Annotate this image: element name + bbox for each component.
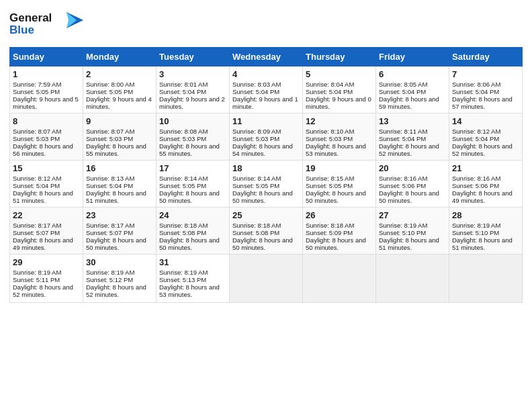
day-number: 14 [452,116,519,126]
table-row: 10Sunrise: 8:08 AMSunset: 5:03 PMDayligh… [157,113,230,161]
day-number: 8 [13,116,80,126]
sunrise: Sunrise: 8:19 AM [452,222,500,229]
table-row: 13Sunrise: 8:11 AMSunset: 5:04 PMDayligh… [376,113,449,161]
sunrise: Sunrise: 8:14 AM [232,175,281,182]
table-row: 20Sunrise: 8:16 AMSunset: 5:06 PMDayligh… [376,161,449,208]
sunrise: Sunrise: 8:15 AM [306,175,354,182]
table-row: 5Sunrise: 8:04 AMSunset: 5:04 PMDaylight… [303,66,376,113]
daylight: Daylight: 9 hours and 1 minute. [232,95,298,110]
day-number: 26 [306,210,373,220]
table-row: 31Sunrise: 8:19 AMSunset: 5:13 PMDayligh… [157,255,230,303]
daylight: Daylight: 8 hours and 51 minutes. [452,236,513,251]
sunrise: Sunrise: 8:14 AM [159,175,208,182]
sunrise: Sunrise: 8:12 AM [452,128,500,135]
daylight: Daylight: 8 hours and 50 minutes. [306,236,366,251]
col-friday: Friday [376,48,449,66]
sunset: Sunset: 5:06 PM [379,182,426,189]
sunrise: Sunrise: 8:13 AM [86,175,134,182]
sunrise: Sunrise: 8:00 AM [86,81,134,88]
daylight: Daylight: 8 hours and 59 minutes. [379,95,439,110]
sunset: Sunset: 5:04 PM [232,88,279,95]
table-row: 16Sunrise: 8:13 AMSunset: 5:04 PMDayligh… [83,161,157,208]
day-number: 6 [379,69,446,79]
daylight: Daylight: 9 hours and 2 minutes. [159,95,225,110]
day-number: 24 [159,210,226,220]
col-sunday: Sunday [10,48,83,66]
sunrise: Sunrise: 8:18 AM [306,222,354,229]
sunset: Sunset: 5:04 PM [159,88,206,95]
sunset: Sunset: 5:07 PM [86,229,133,236]
day-number: 3 [159,69,226,79]
sunrise: Sunrise: 8:19 AM [159,269,208,276]
day-number: 25 [232,210,300,220]
table-row: 22Sunrise: 8:17 AMSunset: 5:07 PMDayligh… [10,208,83,255]
svg-text:Blue: Blue [9,24,34,36]
day-number: 12 [306,116,373,126]
day-number: 15 [13,163,80,173]
page-header: General Blue [9,7,523,42]
day-number: 2 [86,69,153,79]
sunrise: Sunrise: 8:09 AM [232,128,281,135]
daylight: Daylight: 8 hours and 50 minutes. [86,236,146,251]
sunset: Sunset: 5:05 PM [13,88,60,95]
daylight: Daylight: 8 hours and 55 minutes. [159,142,220,157]
daylight: Daylight: 9 hours and 4 minutes. [86,95,152,110]
sunset: Sunset: 5:04 PM [306,88,353,95]
table-row: 19Sunrise: 8:15 AMSunset: 5:05 PMDayligh… [303,161,376,208]
daylight: Daylight: 8 hours and 50 minutes. [159,236,220,251]
daylight: Daylight: 8 hours and 57 minutes. [452,95,513,110]
daylight: Daylight: 8 hours and 49 minutes. [452,189,513,204]
sunrise: Sunrise: 8:10 AM [306,128,354,135]
day-number: 7 [452,69,519,79]
daylight: Daylight: 8 hours and 51 minutes. [379,236,439,251]
daylight: Daylight: 9 hours and 5 minutes. [13,95,79,110]
sunrise: Sunrise: 8:08 AM [159,128,208,135]
sunrise: Sunrise: 8:03 AM [232,81,281,88]
table-row: 18Sunrise: 8:14 AMSunset: 5:05 PMDayligh… [230,161,303,208]
daylight: Daylight: 8 hours and 50 minutes. [232,189,293,204]
day-number: 10 [159,116,226,126]
sunrise: Sunrise: 8:12 AM [13,175,61,182]
daylight: Daylight: 8 hours and 50 minutes. [232,236,293,251]
sunset: Sunset: 5:04 PM [452,135,499,142]
daylight: Daylight: 8 hours and 49 minutes. [13,236,73,251]
day-number: 28 [452,210,519,220]
sunset: Sunset: 5:13 PM [159,276,206,283]
sunrise: Sunrise: 8:17 AM [86,222,134,229]
daylight: Daylight: 8 hours and 53 minutes. [306,142,366,157]
table-row: 26Sunrise: 8:18 AMSunset: 5:09 PMDayligh… [303,208,376,255]
sunset: Sunset: 5:03 PM [306,135,353,142]
sunrise: Sunrise: 7:59 AM [13,81,61,88]
daylight: Daylight: 8 hours and 54 minutes. [232,142,293,157]
sunrise: Sunrise: 8:19 AM [13,269,61,276]
sunrise: Sunrise: 8:04 AM [306,81,354,88]
day-number: 31 [159,257,226,267]
table-row: 9Sunrise: 8:07 AMSunset: 5:03 PMDaylight… [83,113,157,161]
daylight: Daylight: 8 hours and 52 minutes. [13,283,73,298]
day-number: 29 [13,257,80,267]
table-row: 25Sunrise: 8:18 AMSunset: 5:08 PMDayligh… [230,208,303,255]
table-row: 6Sunrise: 8:05 AMSunset: 5:04 PMDaylight… [376,66,449,113]
daylight: Daylight: 8 hours and 52 minutes. [86,283,146,298]
sunrise: Sunrise: 8:16 AM [379,175,427,182]
svg-text:General: General [9,11,52,24]
daylight: Daylight: 8 hours and 50 minutes. [306,189,366,204]
sunset: Sunset: 5:03 PM [159,135,206,142]
table-row: 21Sunrise: 8:16 AMSunset: 5:06 PMDayligh… [449,161,523,208]
sunset: Sunset: 5:10 PM [452,229,499,236]
day-number: 30 [86,257,153,267]
day-number: 27 [379,210,446,220]
daylight: Daylight: 8 hours and 53 minutes. [159,283,220,298]
sunrise: Sunrise: 8:16 AM [452,175,500,182]
day-number: 19 [306,163,373,173]
day-number: 13 [379,116,446,126]
page-container: General Blue Sunday Monday Tuesday Wedne… [0,0,532,307]
logo: General Blue [9,7,83,42]
table-row: 17Sunrise: 8:14 AMSunset: 5:05 PMDayligh… [157,161,230,208]
table-row: 2Sunrise: 8:00 AMSunset: 5:05 PMDaylight… [83,66,157,113]
sunrise: Sunrise: 8:07 AM [13,128,61,135]
table-row: 29Sunrise: 8:19 AMSunset: 5:11 PMDayligh… [10,255,83,303]
table-row [376,255,449,303]
sunrise: Sunrise: 8:18 AM [159,222,208,229]
daylight: Daylight: 8 hours and 51 minutes. [86,189,146,204]
